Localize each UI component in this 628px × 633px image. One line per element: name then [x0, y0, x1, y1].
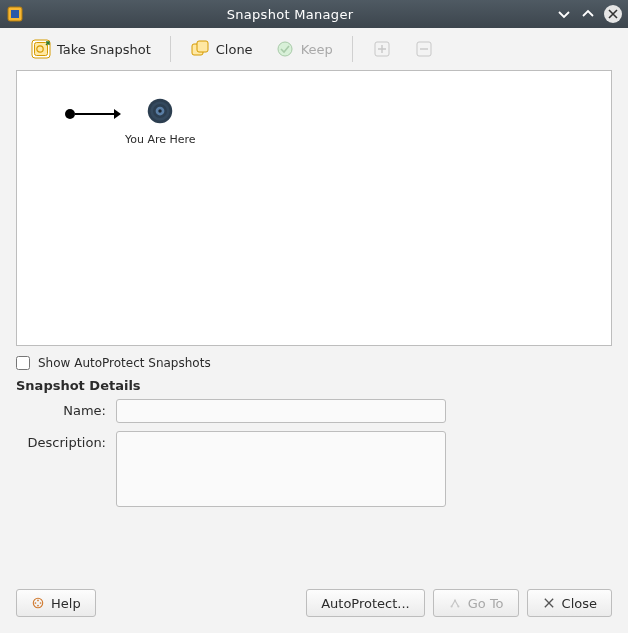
show-autoprotect-label: Show AutoProtect Snapshots — [38, 356, 211, 370]
svg-rect-1 — [11, 10, 19, 18]
goto-label: Go To — [468, 596, 504, 611]
take-snapshot-icon — [31, 39, 51, 59]
tree-arrow-line — [75, 113, 115, 115]
description-label: Description: — [16, 431, 106, 450]
clone-icon — [190, 39, 210, 59]
help-label: Help — [51, 596, 81, 611]
close-label: Close — [562, 596, 597, 611]
window-body: Take Snapshot Clone Keep — [0, 28, 628, 633]
clone-label: Clone — [216, 42, 253, 57]
remove-button — [403, 34, 445, 64]
svg-point-22 — [454, 599, 456, 601]
svg-point-7 — [278, 42, 292, 56]
maximize-icon[interactable] — [580, 6, 596, 22]
keep-button: Keep — [264, 34, 344, 64]
help-icon — [31, 596, 45, 610]
goto-icon — [448, 596, 462, 610]
svg-point-18 — [37, 600, 39, 602]
svg-point-14 — [159, 109, 163, 113]
show-autoprotect-row: Show AutoProtect Snapshots — [0, 346, 628, 376]
tree-arrow-head — [114, 109, 121, 119]
show-autoprotect-checkbox[interactable] — [16, 356, 30, 370]
svg-point-16 — [35, 602, 37, 604]
you-are-here-icon[interactable] — [146, 97, 174, 125]
take-snapshot-label: Take Snapshot — [57, 42, 151, 57]
keep-label: Keep — [301, 42, 333, 57]
svg-point-19 — [37, 605, 39, 607]
app-icon — [6, 5, 24, 23]
autoprotect-button[interactable]: AutoProtect... — [306, 589, 425, 617]
name-field[interactable] — [116, 399, 446, 423]
description-field[interactable] — [116, 431, 446, 507]
snapshot-details-form: Name: Description: — [0, 399, 628, 507]
you-are-here-label: You Are Here — [125, 133, 196, 146]
help-button[interactable]: Help — [16, 589, 96, 617]
toolbar-separator — [170, 36, 171, 62]
add-button — [361, 34, 403, 64]
minimize-icon[interactable] — [556, 6, 572, 22]
snapshot-details-header: Snapshot Details — [0, 376, 628, 399]
goto-button: Go To — [433, 589, 519, 617]
toolbar-separator — [352, 36, 353, 62]
footer: Help AutoProtect... Go To Close — [0, 579, 628, 633]
window-title: Snapshot Manager — [24, 7, 556, 22]
take-snapshot-button[interactable]: Take Snapshot — [20, 34, 162, 64]
remove-icon — [414, 39, 434, 59]
name-label: Name: — [16, 399, 106, 418]
snapshot-tree[interactable]: You Are Here — [16, 70, 612, 346]
close-x-icon — [542, 596, 556, 610]
svg-point-21 — [457, 605, 459, 607]
titlebar: Snapshot Manager — [0, 0, 628, 28]
toolbar: Take Snapshot Clone Keep — [0, 28, 628, 70]
add-icon — [372, 39, 392, 59]
svg-point-17 — [40, 602, 42, 604]
svg-point-20 — [450, 605, 452, 607]
svg-rect-6 — [197, 41, 208, 52]
close-button[interactable]: Close — [527, 589, 612, 617]
autoprotect-label: AutoProtect... — [321, 596, 410, 611]
clone-button[interactable]: Clone — [179, 34, 264, 64]
keep-icon — [275, 39, 295, 59]
close-icon[interactable] — [604, 5, 622, 23]
tree-root-dot — [65, 109, 75, 119]
